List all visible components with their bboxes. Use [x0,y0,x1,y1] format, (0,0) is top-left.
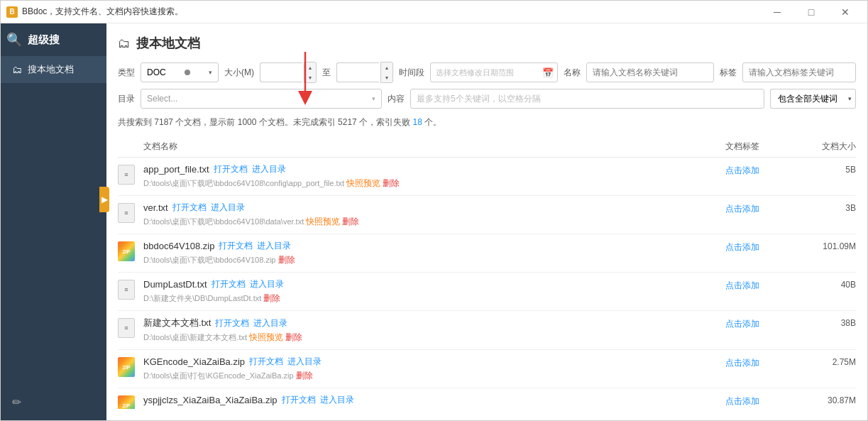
file-name-cell: DumpLastDt.txt 打开文档 进入目录 D:\新建文件夹\DB\Dum… [143,278,700,305]
header-tags-col: 文档标签 [700,141,785,153]
type-dropdown-icon: ▾ [209,69,212,76]
tag-add[interactable]: 点击添加 [725,280,759,290]
tag-add[interactable]: 点击添加 [725,319,759,329]
file-name-row: bbdoc64V108.zip 打开文档 进入目录 [143,240,700,252]
close-button[interactable]: ✕ [829,1,862,23]
delete-link[interactable]: 删除 [285,332,302,342]
keyword-dropdown-button[interactable]: ▾ [845,89,856,109]
content-input[interactable] [410,89,764,109]
preview-link[interactable]: 快照预览 [306,217,340,226]
delete-link[interactable]: 删除 [296,371,313,381]
file-icon-cell: ZIP [118,356,143,377]
delete-link[interactable]: 删除 [383,178,400,188]
dir-link[interactable]: 进入目录 [320,394,354,406]
open-link[interactable]: 打开文档 [249,356,283,368]
delete-link[interactable]: 删除 [263,293,280,303]
filter-bar: 类型 DOC ▾ 大小(M) ▲ ▼ 至 [118,62,856,109]
size-from-group: ▲ ▼ [260,62,317,83]
size-from-up[interactable]: ▲ [304,62,316,72]
file-icon-cell: ZIP [118,394,143,409]
size-to-up[interactable]: ▲ [381,62,392,72]
sidebar-bottom[interactable]: ✏ [1,384,106,420]
open-link[interactable]: 打开文档 [214,163,248,175]
date-input-wrap: 选择文档修改日期范围 📅 [430,62,558,82]
tags-input[interactable] [742,62,856,82]
tag-add[interactable]: 点击添加 [725,204,759,214]
sidebar-item-search-doc[interactable]: 🗂 搜本地文档 [1,56,106,83]
date-input[interactable] [430,62,558,82]
type-value: DOC [147,67,166,77]
zip-icon: ZIP [118,395,135,409]
open-link[interactable]: 打开文档 [282,394,316,406]
file-tags-cell: 点击添加 [700,240,785,253]
delete-link[interactable]: 删除 [342,217,359,226]
file-path: D:\新建文件夹\DB\DumpLastDt.txt 删除 [143,292,700,305]
table-header: 文档名称 文档标签 文档大小 [118,136,856,158]
file-name-row: ver.txt 打开文档 进入目录 [143,202,700,214]
size-to-down[interactable]: ▼ [381,72,392,82]
size-from-input[interactable] [260,62,302,82]
dir-link[interactable]: 进入目录 [211,202,245,214]
dir-dropdown-icon: ▾ [372,95,375,102]
txt-icon: ≡ [118,203,135,223]
calendar-icon[interactable]: 📅 [542,67,554,78]
dir-placeholder: Select... [147,94,177,104]
dir-link[interactable]: 进入目录 [287,356,322,368]
content-label: 内容 [388,93,405,105]
sidebar-toggle-arrow[interactable]: ▶ [99,187,109,212]
tag-add[interactable]: 点击添加 [725,358,759,368]
fail-count-link[interactable]: 18 [412,117,422,127]
dir-link[interactable]: 进入目录 [257,240,291,252]
file-size-cell: 30.87M [785,394,856,405]
open-link[interactable]: 打开文档 [211,278,246,290]
size-from-spinners: ▲ ▼ [304,62,317,83]
table-row: ≡ app_port_file.txt 打开文档 进入目录 D:\tools\桌… [118,158,856,196]
pending-count: 5217 [338,117,357,127]
file-name-cell: app_port_file.txt 打开文档 进入目录 D:\tools\桌面\… [143,163,700,190]
file-name: KGEncode_XiaZaiBa.zip [143,356,245,367]
preview-link[interactable]: 快照预览 [249,332,283,342]
table-body: ≡ app_port_file.txt 打开文档 进入目录 D:\tools\桌… [118,158,856,409]
size-label: 大小(M) [224,67,254,79]
maximize-button[interactable]: □ [795,1,828,23]
delete-link[interactable]: 删除 [278,255,295,265]
file-name-cell: 新建文本文档.txt 打开文档 进入目录 D:\tools\桌面\新建文本文档.… [143,317,700,344]
page-header-icon: 🗂 [118,36,131,51]
tag-add[interactable]: 点击添加 [725,165,759,175]
minimize-button[interactable]: ─ [761,1,793,23]
size-to-input[interactable] [336,62,379,82]
directory-select[interactable]: Select... ▾ [141,89,382,109]
sidebar-item-label: 搜本地文档 [28,63,74,76]
file-name: bbdoc64V108.zip [143,241,214,251]
file-icon-cell: ≡ [118,278,143,300]
dir-link[interactable]: 进入目录 [252,163,286,175]
title-bar: B BBdoc，支持文件名、文档内容快速搜索。 ─ □ ✕ [1,1,867,23]
header-size-col: 文档大小 [785,141,856,153]
file-name: ver.txt [143,202,168,213]
tag-add[interactable]: 点击添加 [725,242,759,252]
search-icon: 🔍 [6,32,22,48]
file-name: 新建文本文档.txt [143,317,211,329]
txt-icon: ≡ [118,280,135,300]
size-from-down[interactable]: ▼ [304,72,316,82]
open-link[interactable]: 打开文档 [219,240,253,252]
type-select[interactable]: DOC ▾ [141,62,219,82]
open-link[interactable]: 打开文档 [172,202,207,214]
dir-link[interactable]: 进入目录 [253,317,287,329]
file-name-row: yspjjclzs_XiaZaiBa_XiaZaiBa.zip 打开文档 进入目… [143,394,700,406]
preview-link[interactable]: 快照预览 [346,178,380,188]
file-path: D:\tools\桌面\下载吧\bbdoc64V108.zip 删除 [143,254,700,266]
size-to-spinners: ▲ ▼ [380,62,393,83]
total-count: 7187 [154,117,173,127]
txt-icon: ≡ [118,165,135,185]
file-icon-cell: ≡ [118,202,143,223]
open-link[interactable]: 打开文档 [215,317,249,329]
dir-link[interactable]: 进入目录 [250,278,284,290]
dir-label: 目录 [118,93,135,105]
name-input[interactable] [586,62,714,82]
keyword-mode-button[interactable]: 包含全部关键词 [770,89,845,109]
file-tags-cell: 点击添加 [700,394,785,408]
edit-icon[interactable]: ✏ [12,396,21,408]
sidebar: 🔍 超级搜 🗂 搜本地文档 ✏ [1,23,106,420]
tag-add[interactable]: 点击添加 [725,396,759,406]
